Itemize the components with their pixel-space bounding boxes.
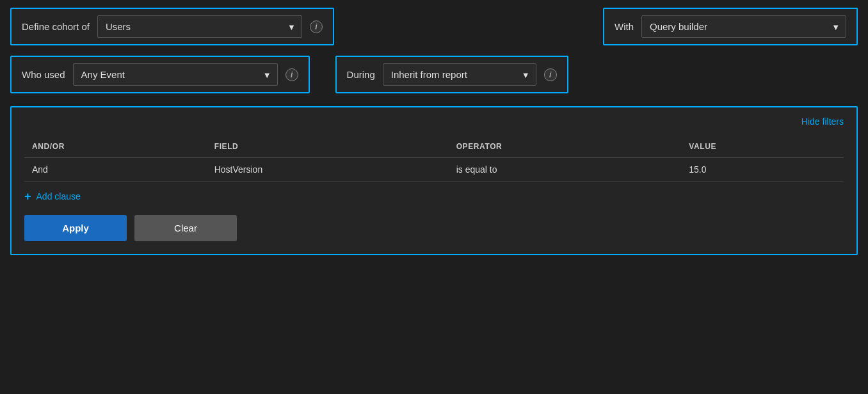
col-header-operator: OPERATOR [449,137,682,158]
who-used-info-icon[interactable]: i [285,68,298,81]
clear-button[interactable]: Clear [134,215,237,241]
who-used-select[interactable]: Any Event Custom Event Page View [73,63,278,86]
hide-filters-link[interactable]: Hide filters [801,116,844,127]
filters-header: Hide filters [24,116,844,127]
during-label: During [347,69,375,80]
add-clause-label: Add clause [36,191,81,201]
during-info-icon[interactable]: i [544,68,557,81]
col-header-field: FIELD [207,137,449,158]
with-panel: With Query builder SQL Simple filter ▼ [603,8,858,45]
cohort-select-wrapper: Users Sessions Events ▼ [97,15,302,38]
define-cohort-info-icon[interactable]: i [310,20,323,33]
cell-value: 15.0 [681,158,844,182]
with-select-wrapper: Query builder SQL Simple filter ▼ [641,15,846,38]
cell-and-or: And [24,158,207,182]
who-used-select-wrapper: Any Event Custom Event Page View ▼ [73,63,278,86]
cohort-select[interactable]: Users Sessions Events [97,15,302,38]
who-used-label: Who used [22,69,65,80]
cell-operator: is equal to [449,158,682,182]
filters-panel: Hide filters AND/OR FIELD OPERATOR VALUE… [10,106,858,255]
add-clause-icon: + [24,191,31,202]
during-select-wrapper: Inherit from report Last 7 days Last 30 … [383,63,536,86]
define-cohort-label: Define cohort of [22,21,90,32]
during-panel: During Inherit from report Last 7 days L… [335,56,568,93]
cell-field: HostVersion [207,158,449,182]
with-label: With [615,21,634,32]
button-row: Apply Clear [24,215,844,241]
filters-table-header-row: AND/OR FIELD OPERATOR VALUE [24,137,844,158]
with-select[interactable]: Query builder SQL Simple filter [641,15,846,38]
filters-table: AND/OR FIELD OPERATOR VALUE And HostVers… [24,137,844,182]
during-select[interactable]: Inherit from report Last 7 days Last 30 … [383,63,536,86]
add-clause-button[interactable]: + Add clause [24,191,844,202]
col-header-and-or: AND/OR [24,137,207,158]
col-header-value: VALUE [681,137,844,158]
apply-button[interactable]: Apply [24,215,127,241]
define-cohort-panel: Define cohort of Users Sessions Events ▼… [10,8,334,45]
table-row: And HostVersion is equal to 15.0 [24,158,844,182]
who-used-panel: Who used Any Event Custom Event Page Vie… [10,56,310,93]
